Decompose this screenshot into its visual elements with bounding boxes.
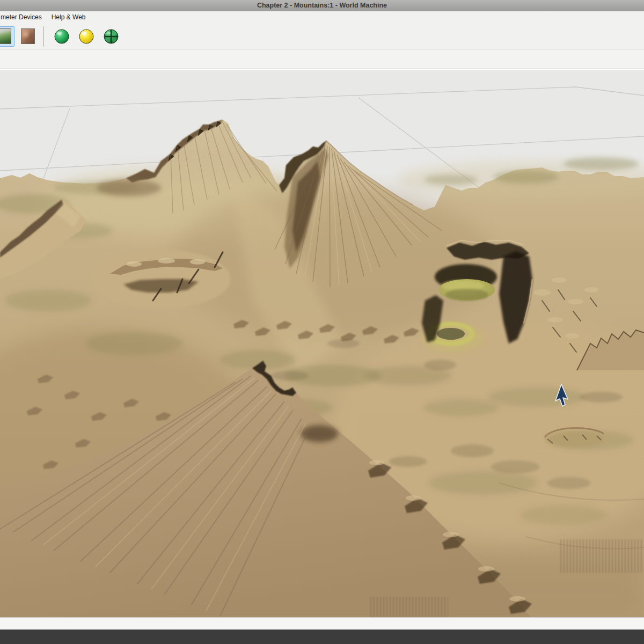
green-sphere-button[interactable] bbox=[53, 26, 71, 47]
secondary-toolbar-strip bbox=[0, 49, 644, 69]
terrain-render bbox=[0, 70, 644, 617]
green-sphere-icon bbox=[54, 28, 70, 45]
menubar: meter Devices Help & Web bbox=[0, 11, 644, 24]
texture-view-button[interactable] bbox=[18, 26, 38, 47]
terrain-view-button[interactable] bbox=[0, 26, 14, 47]
app-window: Chapter 2 - Mountains:1 - World Machine … bbox=[0, 0, 644, 644]
small-crater-rim bbox=[545, 428, 604, 448]
green-clover-sphere-icon bbox=[103, 28, 119, 45]
status-bar bbox=[0, 617, 644, 630]
toolbar-separator bbox=[43, 26, 44, 47]
window-title: Chapter 2 - Mountains:1 - World Machine bbox=[257, 2, 387, 9]
green-clover-sphere-button[interactable] bbox=[102, 26, 120, 47]
yellow-sphere-button[interactable] bbox=[77, 26, 96, 47]
menu-item-parameter-devices[interactable]: meter Devices bbox=[0, 12, 47, 23]
titlebar: Chapter 2 - Mountains:1 - World Machine bbox=[0, 0, 644, 11]
terrain-thumbnail-green-icon bbox=[0, 28, 11, 44]
toolbar bbox=[0, 24, 644, 49]
render-viewport-3d[interactable] bbox=[0, 69, 644, 617]
menu-item-help-web[interactable]: Help & Web bbox=[47, 12, 91, 23]
terrain-thumbnail-brown-icon bbox=[21, 28, 35, 44]
yellow-sphere-icon bbox=[78, 28, 94, 45]
left-mesa-crater bbox=[91, 250, 231, 309]
bottom-dark-bar bbox=[0, 630, 644, 644]
